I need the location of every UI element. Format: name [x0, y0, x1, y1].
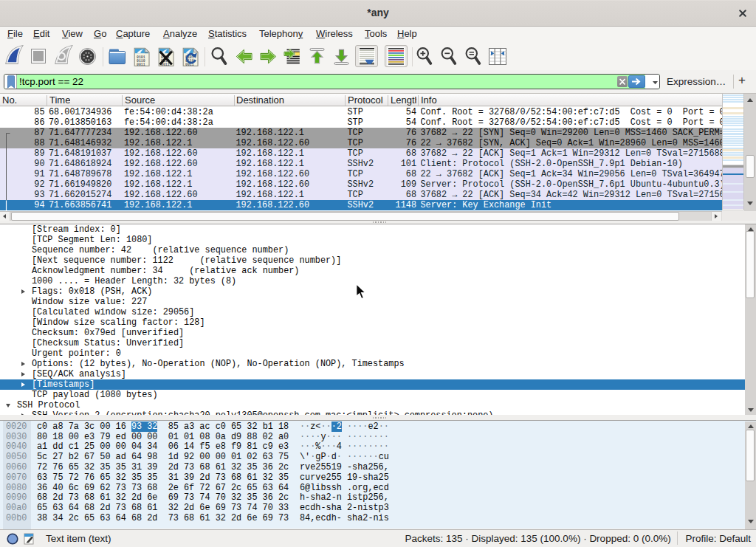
- svg-text:0011: 0011: [137, 63, 145, 66]
